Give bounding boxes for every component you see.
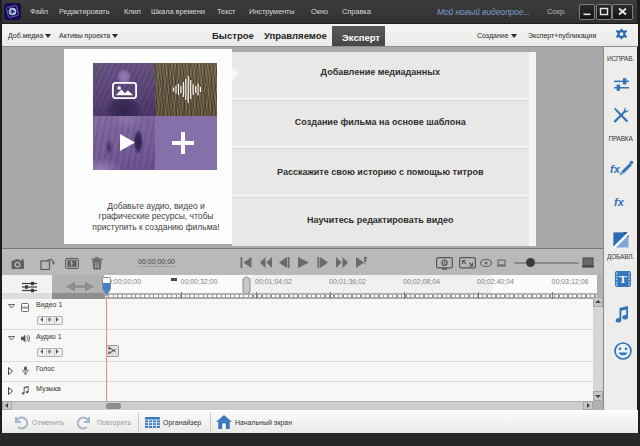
svg-text:fx: fx bbox=[610, 163, 621, 175]
svg-text:T: T bbox=[619, 273, 627, 285]
